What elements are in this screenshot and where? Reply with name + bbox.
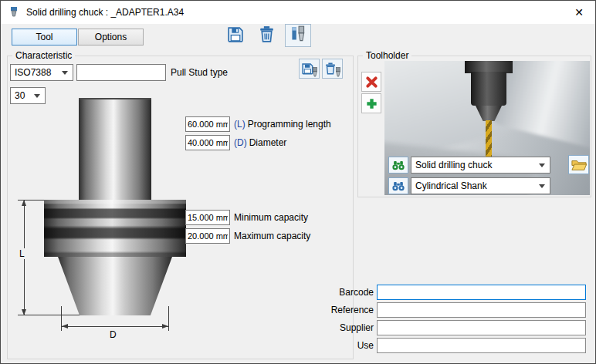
characteristic-group-label: Characteristic: [12, 50, 75, 61]
title-bar: Solid drilling chuck : _ADAPTER1.A34 ✕: [1, 1, 595, 24]
barcode-input[interactable]: [377, 285, 586, 300]
taper-size-select[interactable]: 30: [10, 87, 46, 104]
binoculars-icon: [391, 181, 405, 191]
dimension-d-line: [61, 326, 169, 327]
chuck-body: [471, 72, 506, 106]
shank-type-select[interactable]: Cylindrical Shank: [411, 177, 550, 194]
tab-tool[interactable]: Tool: [12, 29, 77, 46]
maximum-capacity-input[interactable]: [185, 228, 230, 244]
save-tool-button[interactable]: [299, 59, 320, 79]
binoculars-icon: [391, 160, 405, 170]
toolholder-type-select[interactable]: Solid drilling chuck: [411, 157, 550, 174]
tool-manager-button[interactable]: [285, 24, 311, 47]
pull-stud-standard-value: ISO7388: [15, 67, 51, 78]
minimum-capacity-label: Minimum capacity: [234, 212, 308, 223]
use-input[interactable]: [377, 338, 586, 353]
arrowhead-icon: [62, 324, 68, 329]
toolholder-group-label: Toolholder: [363, 50, 411, 61]
tool-shank-cylinder: [79, 98, 151, 200]
search-toolholder-button[interactable]: [388, 157, 408, 174]
window-title: Solid drilling chuck : _ADAPTER1.A34: [26, 7, 184, 18]
dimension-l-label: L: [18, 248, 26, 259]
pull-stud-type-input[interactable]: [76, 64, 166, 81]
toolholder-photo: [384, 61, 590, 195]
reference-input[interactable]: [377, 302, 586, 318]
taper-size-value: 30: [15, 90, 25, 101]
delete-tool-button[interactable]: [322, 59, 343, 79]
red-x-icon: [365, 76, 378, 89]
diameter-label: (D)Diameter: [234, 137, 286, 148]
dialog-window: Solid drilling chuck : _ADAPTER1.A34 ✕ T…: [0, 0, 596, 364]
arrowhead-icon: [22, 309, 26, 315]
dimension-d-label: D: [110, 329, 117, 340]
remove-toolholder-button[interactable]: [361, 72, 381, 92]
barcode-label: Barcode: [296, 287, 374, 298]
pull-stud-type-label: Pull Stud type: [171, 67, 228, 78]
save-button[interactable]: [222, 25, 247, 46]
close-icon[interactable]: ✕: [563, 1, 595, 24]
diameter-input[interactable]: [185, 135, 230, 150]
dimension-extension-line: [168, 306, 169, 331]
programming-length-label: (L)Programming length: [234, 119, 331, 130]
search-shank-button[interactable]: [388, 177, 408, 194]
toolholder-type-value: Solid drilling chuck: [415, 160, 492, 170]
minimum-capacity-input[interactable]: [185, 210, 230, 225]
floppy-disk-icon: [225, 25, 245, 46]
shank-type-value: Cylindrical Shank: [415, 180, 487, 191]
arrowhead-icon: [162, 324, 168, 329]
open-folder-icon: [571, 159, 587, 171]
arrowhead-icon: [22, 200, 26, 206]
supplier-label: Supplier: [296, 322, 374, 333]
trash-icon: [257, 25, 276, 46]
drill-tool-icon: [335, 67, 341, 77]
tool-gauge-icon: [288, 25, 308, 47]
delete-button[interactable]: [254, 25, 279, 46]
open-library-button[interactable]: [568, 155, 589, 174]
drill-tool-icon: [312, 67, 318, 77]
programming-length-input[interactable]: [185, 116, 230, 132]
tab-options[interactable]: Options: [78, 29, 144, 46]
supplier-input[interactable]: [377, 320, 586, 335]
chevron-down-icon: [34, 94, 40, 98]
add-toolholder-button[interactable]: [361, 93, 381, 113]
maximum-capacity-label: Maximum capacity: [234, 231, 310, 241]
app-icon: [8, 6, 20, 19]
tool-flange: [44, 200, 186, 257]
green-plus-icon: [365, 97, 378, 110]
chevron-down-icon: [539, 184, 545, 188]
chevron-down-icon: [539, 163, 545, 167]
pull-stud-standard-select[interactable]: ISO7388: [10, 64, 73, 81]
chevron-down-icon: [62, 71, 68, 75]
dimension-tick: [18, 315, 80, 315]
reference-label: Reference: [296, 305, 374, 315]
use-label: Use: [296, 340, 374, 351]
